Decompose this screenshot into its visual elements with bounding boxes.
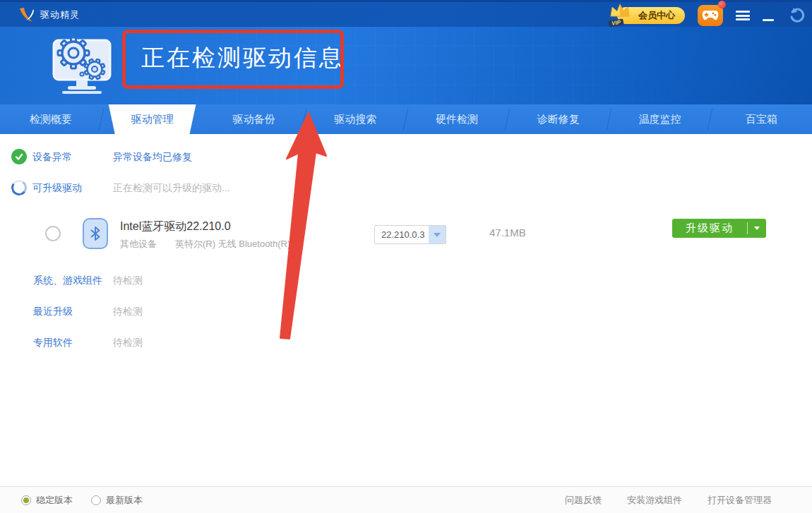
pending-label-system-game: 系统、游戏组件 <box>33 274 102 287</box>
pending-label-special-software: 专用软件 <box>33 337 73 349</box>
vip-badge: VIP <box>608 19 623 28</box>
notification-dot <box>718 1 726 8</box>
member-center-button[interactable]: VIP 会员中心 <box>617 7 685 24</box>
status-label-upgradable: 可升级驱动 <box>32 182 82 195</box>
bluetooth-icon <box>83 218 108 249</box>
caret-down-icon <box>434 233 441 237</box>
caret-down-icon <box>754 227 760 230</box>
gamepad-icon <box>702 10 719 21</box>
tab-detection-summary[interactable]: 检测概要 <box>0 104 102 134</box>
member-center-label: 会员中心 <box>638 9 675 22</box>
radio-icon <box>91 495 101 505</box>
logo-bird-icon <box>18 6 35 23</box>
version-select[interactable]: 22.210.0.3 <box>374 225 446 244</box>
pending-label-recent-upgrade: 最近升级 <box>33 306 73 318</box>
tab-diagnosis-repair[interactable]: 诊断修复 <box>508 104 609 134</box>
upgrade-dropdown-button[interactable] <box>748 227 766 230</box>
radio-stable-version[interactable]: 稳定版本 <box>21 494 73 507</box>
page-title: 正在检测驱动信息 <box>141 42 345 74</box>
circuit-pattern <box>0 27 812 104</box>
minimize-icon[interactable] <box>763 19 774 21</box>
radio-icon <box>21 495 31 505</box>
upgrade-button-label: 升级驱动 <box>672 222 747 235</box>
tab-driver-search[interactable]: 驱动搜索 <box>304 104 406 134</box>
loading-spinner-icon <box>10 179 28 196</box>
status-label-device-abnormal: 设备异常 <box>32 151 72 164</box>
driver-subtitle: 其他设备英特尔(R) 无线 Bluetooth(R) <box>120 238 290 251</box>
version-caret-button[interactable] <box>429 226 446 243</box>
feedback-link[interactable]: 问题反馈 <box>565 494 602 507</box>
tab-temperature-monitor[interactable]: 温度监控 <box>609 104 711 134</box>
tab-hardware-detection[interactable]: 硬件检测 <box>406 104 508 134</box>
tab-driver-management[interactable]: 驱动管理 <box>102 104 203 134</box>
header-banner: 正在检测驱动信息 <box>0 27 812 104</box>
tab-driver-backup[interactable]: 驱动备份 <box>203 104 305 134</box>
driver-name: Intel蓝牙驱动22.210.0 <box>120 219 231 234</box>
version-value: 22.210.0.3 <box>375 229 429 240</box>
app-name: 驱动精灵 <box>40 8 80 21</box>
status-desc-device-abnormal: 异常设备均已修复 <box>113 151 192 164</box>
driver-device: 英特尔(R) 无线 Bluetooth(R) <box>175 239 290 249</box>
tab-toolbox[interactable]: 百宝箱 <box>710 104 812 134</box>
tab-bar: 检测概要 驱动管理 驱动备份 驱动搜索 硬件检测 诊断修复 温度监控 百宝箱 <box>0 104 812 134</box>
game-center-button[interactable] <box>698 5 723 26</box>
monitor-gears-icon <box>48 29 120 99</box>
title-bar: 驱动精灵 VIP 会员中心 <box>0 0 812 27</box>
version-radio-group: 稳定版本 最新版本 <box>21 494 143 507</box>
footer-bar: 稳定版本 最新版本 问题反馈 安装游戏组件 打开设备管理器 <box>0 486 812 513</box>
status-desc-upgradable: 正在检测可以升级的驱动... <box>113 182 230 195</box>
pending-status: 待检测 <box>113 306 143 318</box>
footer-links: 问题反馈 安装游戏组件 打开设备管理器 <box>565 494 772 507</box>
radio-latest-version[interactable]: 最新版本 <box>91 494 143 507</box>
open-device-manager-link[interactable]: 打开设备管理器 <box>707 494 772 507</box>
main-content: 设备异常 异常设备均已修复 可升级驱动 正在检测可以升级的驱动... Intel… <box>0 134 812 486</box>
check-circle-icon <box>11 149 27 164</box>
driver-checkbox[interactable] <box>45 226 61 241</box>
upgrade-driver-button[interactable]: 升级驱动 <box>672 219 766 238</box>
pending-status: 待检测 <box>113 274 143 287</box>
driver-size: 47.1MB <box>489 227 526 239</box>
driver-category: 其他设备 <box>120 239 157 249</box>
menu-icon[interactable] <box>736 11 750 20</box>
app-logo: 驱动精灵 <box>18 6 80 23</box>
pending-status: 待检测 <box>113 337 143 349</box>
app-window: 驱动精灵 VIP 会员中心 <box>0 0 812 513</box>
undo-icon[interactable] <box>787 6 805 25</box>
install-game-components-link[interactable]: 安装游戏组件 <box>627 494 682 507</box>
